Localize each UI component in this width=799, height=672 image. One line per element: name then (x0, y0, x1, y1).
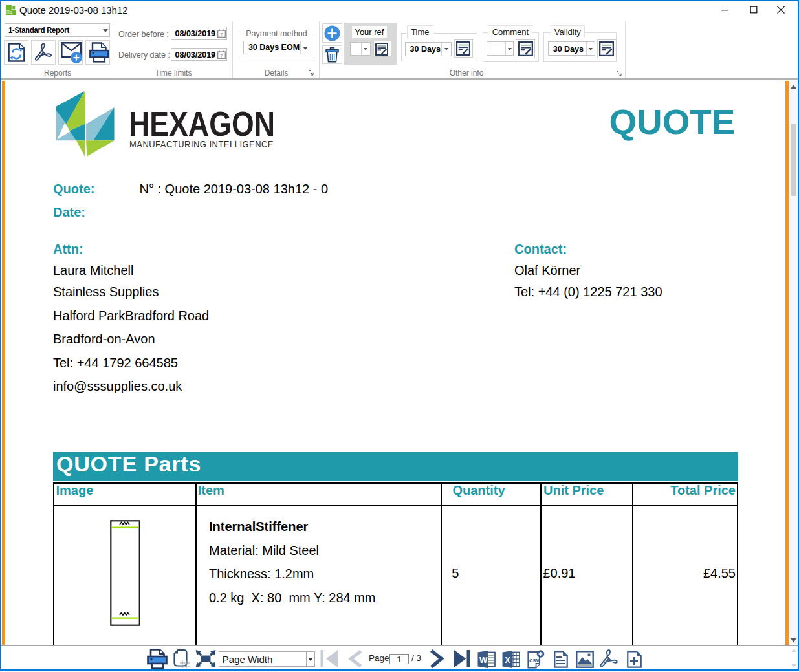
svg-text:X: X (505, 655, 510, 664)
svg-text:csv: csv (529, 656, 540, 664)
svg-text:W: W (479, 655, 488, 665)
svg-text:7: 7 (220, 53, 223, 59)
svg-text:7: 7 (220, 32, 223, 38)
svg-text:Ra: Ra (6, 10, 12, 14)
